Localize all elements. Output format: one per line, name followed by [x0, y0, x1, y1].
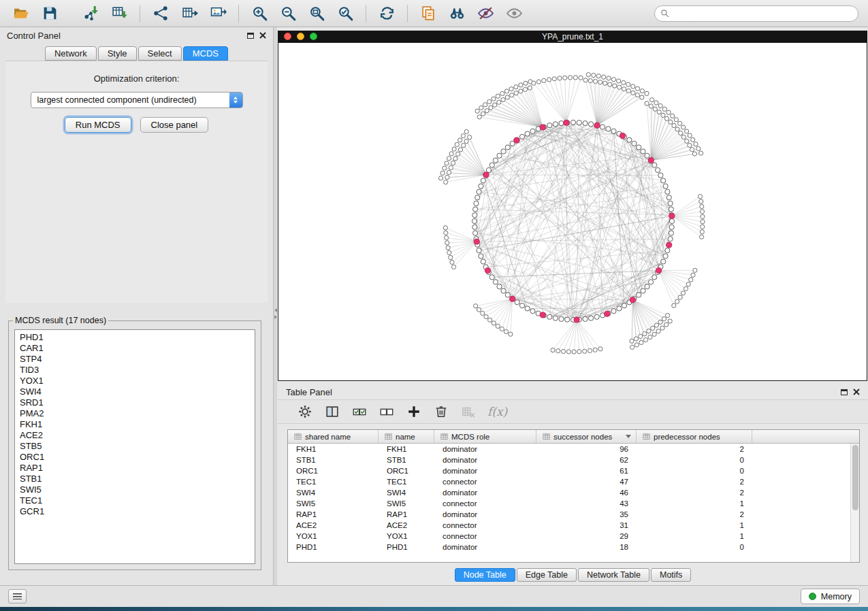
sort-caret-icon[interactable] — [626, 435, 631, 438]
table-row[interactable]: FKH1FKH1dominator962 — [288, 444, 850, 455]
mcds-result-item[interactable]: PHD1 — [15, 332, 255, 343]
table-row[interactable]: STB1STB1dominator620 — [288, 455, 850, 465]
export-table-button[interactable] — [175, 2, 204, 25]
table-cell: connector — [434, 520, 536, 531]
show-all-button[interactable] — [500, 2, 528, 25]
export-image-button[interactable] — [204, 2, 232, 25]
column-header-name[interactable]: name — [379, 430, 434, 443]
tab-motifs[interactable]: Motifs — [651, 568, 691, 582]
export-image-icon — [210, 5, 227, 22]
table-scrollbar[interactable] — [850, 444, 859, 562]
run-mcds-button[interactable]: Run MCDS — [65, 117, 131, 133]
hide-selected-button[interactable] — [471, 2, 500, 25]
zoom-selected-button[interactable] — [331, 2, 359, 25]
table-cell — [752, 444, 850, 455]
close-panel-icon[interactable] — [259, 32, 266, 39]
new-network-button[interactable] — [146, 2, 175, 25]
close-window-button[interactable] — [284, 33, 291, 40]
deselect-all-columns-button[interactable] — [374, 401, 399, 422]
delete-columns-button[interactable] — [429, 401, 453, 422]
close-panel-button[interactable]: Close panel — [140, 117, 209, 133]
mcds-tab-content: Optimization criterion: largest connecte… — [5, 61, 268, 303]
network-window-title: YPA_prune.txt_1 — [542, 32, 603, 42]
network-canvas[interactable] — [278, 42, 867, 381]
table-panel-header: Table Panel — [278, 384, 868, 399]
tab-network-table[interactable]: Network Table — [578, 568, 649, 582]
tab-select[interactable]: Select — [138, 46, 182, 61]
column-header-shared-name[interactable]: shared name — [288, 430, 379, 443]
import-table-button[interactable] — [105, 2, 133, 25]
function-builder-button[interactable]: f(x) — [483, 405, 507, 418]
search-input[interactable] — [673, 9, 852, 18]
mcds-result-item[interactable]: SWI4 — [15, 386, 255, 397]
mcds-result-item[interactable]: STB1 — [15, 474, 255, 484]
table-cell: TEC1 — [288, 476, 379, 487]
table-row[interactable]: SWI4SWI4dominator462 — [288, 487, 850, 498]
mcds-result-item[interactable]: TID3 — [15, 365, 255, 376]
import-table-icon — [111, 5, 128, 22]
column-header-mcds-role[interactable]: MCDS role — [434, 430, 536, 443]
open-file-button[interactable] — [7, 2, 35, 25]
column-header-successor-nodes[interactable]: successor nodes — [536, 430, 637, 443]
mcds-result-list[interactable]: PHD1CAR1STP4TID3YOX1SWI4SRD1PMA2FKH1ACE2… — [14, 329, 255, 564]
delete-table-button[interactable] — [456, 401, 481, 422]
import-network-button[interactable] — [76, 2, 105, 25]
float-panel-icon[interactable] — [247, 33, 254, 39]
mcds-result-item[interactable]: FKH1 — [15, 419, 255, 430]
tab-node-table[interactable]: Node Table — [455, 568, 515, 582]
table-row[interactable]: PHD1PHD1dominator180 — [288, 542, 850, 552]
gear-icon — [298, 404, 312, 419]
mcds-result-item[interactable]: STP4 — [15, 354, 255, 365]
maximize-window-button[interactable] — [310, 33, 317, 40]
mcds-result-item[interactable]: SWI5 — [15, 484, 255, 495]
zoom-out-icon — [280, 5, 297, 22]
scrollbar-thumb[interactable] — [852, 445, 858, 510]
table-settings-button[interactable] — [293, 401, 317, 422]
memory-button[interactable]: Memory — [801, 589, 860, 604]
mcds-result-item[interactable]: ORC1 — [15, 452, 255, 463]
float-table-panel-icon[interactable] — [841, 389, 848, 395]
table-row[interactable]: TEC1TEC1connector472 — [288, 476, 850, 487]
mcds-result-item[interactable]: PMA2 — [15, 408, 255, 419]
tab-mcds[interactable]: MCDS — [183, 46, 228, 61]
refresh-view-button[interactable] — [372, 2, 401, 25]
zoom-in-button[interactable] — [245, 2, 274, 25]
table-row[interactable]: RAP1RAP1dominator352 — [288, 509, 850, 520]
status-menu-button[interactable] — [8, 589, 27, 604]
column-header-predecessor-nodes[interactable]: predecessor nodes — [637, 430, 752, 443]
table-cell: 47 — [536, 476, 637, 487]
tab-network[interactable]: Network — [45, 46, 97, 61]
zoom-out-button[interactable] — [274, 2, 302, 25]
save-session-button[interactable] — [35, 2, 64, 25]
table-cell — [752, 487, 850, 498]
network-graph[interactable] — [278, 43, 867, 380]
table-row[interactable]: SWI5SWI5connector431 — [288, 498, 850, 509]
copy-button[interactable] — [414, 2, 443, 25]
table-row[interactable]: ACE2ACE2connector311 — [288, 520, 850, 531]
table-row[interactable]: YOX1YOX1connector291 — [288, 531, 850, 542]
create-column-button[interactable] — [402, 401, 426, 422]
table-cell: ORC1 — [379, 465, 434, 476]
tab-style[interactable]: Style — [98, 46, 137, 61]
search-box[interactable] — [654, 5, 858, 22]
zoom-fit-button[interactable] — [302, 2, 331, 25]
mcds-result-item[interactable]: STB5 — [15, 441, 255, 452]
show-columns-button[interactable] — [320, 401, 344, 422]
tab-edge-table[interactable]: Edge Table — [517, 568, 577, 582]
mcds-result-item[interactable]: YOX1 — [15, 376, 255, 386]
criterion-dropdown[interactable]: largest connected component (undirected) — [31, 92, 243, 108]
mcds-result-item[interactable]: RAP1 — [15, 463, 255, 474]
optimization-criterion-label: Optimization criterion: — [5, 73, 268, 84]
table-body[interactable]: FKH1FKH1dominator962STB1STB1dominator620… — [288, 444, 859, 562]
mcds-result-item[interactable]: ACE2 — [15, 430, 255, 441]
minimize-window-button[interactable] — [297, 33, 304, 40]
mcds-result-item[interactable]: CAR1 — [15, 343, 255, 354]
first-neighbors-button[interactable] — [443, 2, 471, 25]
mcds-result-item[interactable]: GCR1 — [15, 506, 255, 517]
table-row[interactable]: ORC1ORC1dominator610 — [288, 465, 850, 476]
select-all-columns-button[interactable] — [347, 401, 372, 422]
mcds-result-item[interactable]: SRD1 — [15, 397, 255, 408]
close-table-panel-icon[interactable] — [853, 389, 860, 395]
app-window: Control Panel Network Style Select MCDS … — [0, 0, 868, 607]
mcds-result-item[interactable]: TEC1 — [15, 495, 255, 506]
